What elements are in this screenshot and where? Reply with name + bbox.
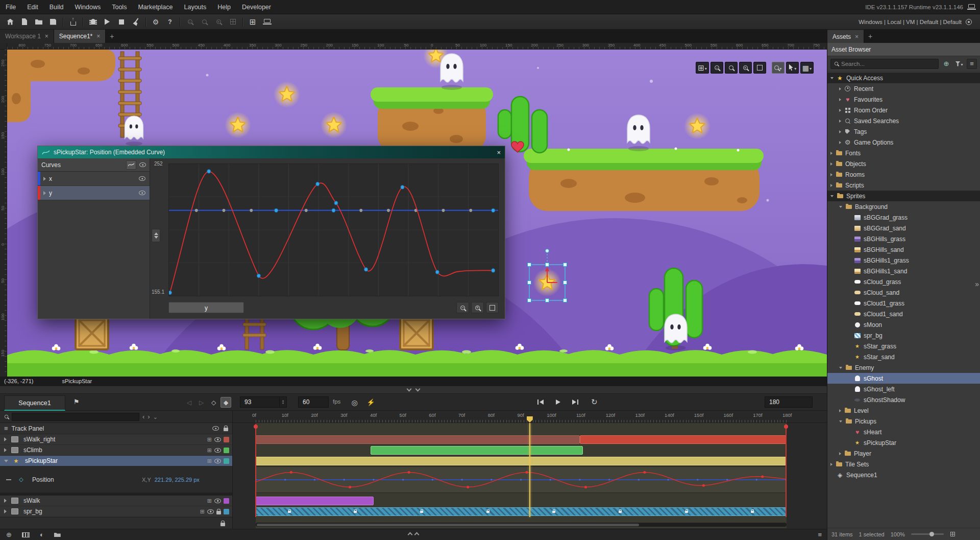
panel-splitter[interactable]	[0, 386, 827, 394]
region-end-marker[interactable]	[784, 425, 788, 429]
menu-build[interactable]: Build	[44, 0, 69, 14]
play-button[interactable]	[550, 396, 566, 408]
skip-to-end-button[interactable]	[568, 396, 583, 408]
asset-game-options[interactable]: Game Options	[827, 137, 980, 148]
thumbnail-size-slider[interactable]	[911, 533, 944, 535]
chevron-right-icon[interactable]	[830, 184, 832, 187]
asset-scloud-sand[interactable]: sCloud_sand	[827, 287, 980, 298]
chevron-down-icon[interactable]	[839, 206, 842, 208]
asset-level[interactable]: Level	[827, 405, 980, 416]
region-start-marker[interactable]	[254, 425, 258, 429]
menu-layouts[interactable]: Layouts	[179, 0, 212, 14]
crate-sprite[interactable]	[76, 317, 108, 349]
expander-icon[interactable]	[43, 191, 46, 195]
tab-assets[interactable]: Assets	[827, 30, 864, 43]
laptop-mode-button[interactable]	[260, 16, 274, 28]
skip-to-start-button[interactable]	[533, 396, 548, 408]
track-sclimb[interactable]: sClimb	[0, 445, 232, 456]
record-keyframes-button[interactable]	[220, 397, 231, 408]
asset-sghost-left[interactable]: sGhost_left	[827, 384, 980, 394]
chevron-down-icon[interactable]	[4, 460, 8, 462]
chevron-right-icon[interactable]	[830, 162, 832, 166]
curves-toggle-icon[interactable]	[40, 531, 44, 538]
chevron-down-icon[interactable]	[839, 367, 842, 369]
asset-spr-bg[interactable]: spr_bg	[827, 330, 980, 341]
lock-icon[interactable]	[216, 511, 221, 514]
new-panel-tab-button[interactable]	[864, 30, 876, 43]
star-sprite[interactable]	[684, 113, 710, 139]
loop-mode-button[interactable]	[349, 397, 360, 408]
chevron-right-icon[interactable]	[4, 448, 7, 452]
rotation-handle[interactable]	[546, 249, 549, 253]
asset-sghost[interactable]: sGhost	[827, 373, 980, 384]
view-layout-button[interactable]	[696, 62, 709, 74]
chevron-right-icon[interactable]	[839, 87, 841, 90]
browser-menu-button[interactable]	[967, 59, 977, 69]
chevron-right-icon[interactable]	[839, 141, 841, 144]
chevron-right-icon[interactable]	[4, 509, 7, 513]
add-keyframe-button[interactable]	[207, 497, 212, 504]
frame-spinner[interactable]	[279, 397, 286, 407]
timeline-tracks-area[interactable]	[233, 423, 827, 528]
insert-keyframe-button[interactable]	[208, 397, 219, 408]
asset-sbghills-sand[interactable]: sBGHills_sand	[827, 244, 980, 255]
grid-view-icon[interactable]	[950, 532, 955, 536]
timeline-dopesheet[interactable]: 0f10f20f30f40f50f60f70f80f90f100f110f120…	[232, 411, 827, 529]
y-channel-curve[interactable]	[170, 171, 493, 292]
timeline-clip[interactable]	[371, 446, 583, 455]
eye-icon[interactable]	[214, 448, 221, 453]
asset-quick-access[interactable]: Quick Access	[827, 73, 980, 83]
asset-pickups[interactable]: Pickups	[827, 416, 980, 427]
import-project-button[interactable]	[66, 16, 80, 28]
star-sprite[interactable]	[225, 112, 251, 138]
track-search-input[interactable]	[12, 413, 139, 421]
asset-recent[interactable]: Recent	[827, 83, 980, 94]
asset-spickupstar[interactable]: sPickupStar	[827, 437, 980, 448]
asset-sghostshadow[interactable]: sGhostShadow	[827, 394, 980, 405]
current-frame-input[interactable]: 93	[240, 396, 287, 408]
curve-view-toggle-button[interactable]	[126, 160, 136, 170]
chevron-right-icon[interactable]	[830, 152, 832, 155]
save-project-button[interactable]	[46, 16, 60, 28]
platform-center[interactable]	[371, 87, 493, 152]
run-button[interactable]	[101, 16, 114, 28]
debug-button[interactable]	[86, 16, 100, 28]
flag-icon[interactable]	[74, 398, 80, 406]
tab-sequence1[interactable]: Sequence1*	[54, 30, 106, 43]
asset-scloud-grass[interactable]: sCloud_grass	[827, 276, 980, 287]
asset-sstar-sand[interactable]: sStar_sand	[827, 351, 980, 362]
close-icon[interactable]	[855, 33, 859, 40]
timeline-clip[interactable]	[580, 435, 786, 444]
asset-scripts[interactable]: Scripts	[827, 180, 980, 191]
fps-input[interactable]: 60	[298, 396, 329, 408]
chevron-right-icon[interactable]	[830, 463, 832, 466]
eye-icon[interactable]	[207, 509, 214, 514]
search-next-button[interactable]	[148, 413, 150, 420]
chevron-right-icon[interactable]	[839, 130, 841, 133]
auto-key-button[interactable]	[365, 397, 376, 408]
expander-icon[interactable]	[43, 177, 46, 181]
asset-search-input[interactable]: Search...	[830, 59, 939, 69]
platform-right[interactable]	[524, 148, 764, 212]
asset-player[interactable]: Player	[827, 448, 980, 459]
asset-room-order[interactable]: Room Order	[827, 105, 980, 115]
asset-favourites[interactable]: Favourites	[827, 94, 980, 105]
timeline-clip[interactable]	[256, 497, 374, 505]
close-icon[interactable]	[497, 149, 501, 156]
chevron-right-icon[interactable]	[839, 98, 841, 101]
menu-edit[interactable]: Edit	[21, 0, 44, 14]
chevron-down-icon[interactable]	[830, 77, 834, 79]
asset-sbghills1-grass[interactable]: sBGHills1_grass	[827, 255, 980, 266]
eye-icon[interactable]	[212, 426, 219, 431]
star-sprite[interactable]	[274, 81, 300, 108]
chevron-right-icon[interactable]	[839, 409, 841, 412]
new-tab-button[interactable]	[106, 30, 118, 43]
eye-icon[interactable]	[139, 176, 145, 181]
asset-sequence1[interactable]: Sequence1	[827, 469, 980, 480]
help-button[interactable]	[163, 16, 177, 28]
tab-sequence1-timeline[interactable]: Sequence1	[4, 395, 65, 411]
chevron-down-icon[interactable]	[830, 195, 834, 197]
add-asset-button[interactable]	[941, 59, 951, 69]
asset-saved-searches[interactable]: Saved Searches	[827, 115, 980, 126]
chevron-right-icon[interactable]	[4, 499, 7, 503]
